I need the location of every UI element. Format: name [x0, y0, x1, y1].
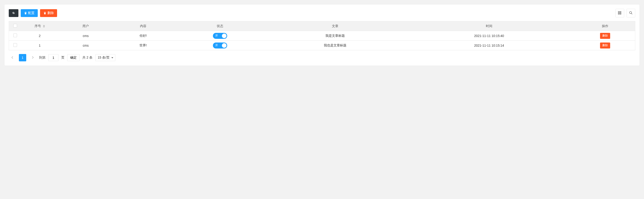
delete-button[interactable]: 删除 — [40, 9, 57, 17]
svg-rect-3 — [620, 13, 621, 14]
data-table: 序号 用户 内容 状态 文章 时间 操作 2 cms 你好! — [9, 21, 635, 50]
goto-prefix: 到第 — [39, 56, 46, 60]
cell-seq: 1 — [22, 41, 58, 50]
cell-seq: 2 — [22, 31, 58, 41]
switch-knob — [222, 33, 226, 38]
page-prev[interactable] — [9, 54, 16, 61]
svg-line-5 — [631, 13, 632, 14]
col-content: 内容 — [113, 21, 173, 31]
col-seq[interactable]: 序号 — [22, 21, 58, 31]
refresh-icon — [12, 11, 15, 15]
row-checkbox[interactable] — [13, 43, 17, 47]
svg-rect-2 — [618, 13, 619, 14]
table-row: 1 cms 世界! 开 我也是文章标题 2021-11-11 10:15:14 … — [9, 41, 635, 50]
row-delete-button[interactable]: 删除 — [600, 33, 610, 39]
col-time: 时间 — [403, 21, 575, 31]
goto-suffix: 页 — [61, 56, 64, 60]
svg-rect-1 — [620, 11, 621, 13]
trash-icon — [24, 11, 27, 15]
status-switch[interactable]: 开 — [213, 42, 227, 48]
cell-time: 2021-11-11 10:15:40 — [403, 31, 575, 41]
search-button[interactable] — [626, 9, 635, 17]
switch-label: 开 — [215, 34, 218, 38]
config-button-label: 配置 — [28, 11, 34, 15]
page-next[interactable] — [29, 54, 36, 61]
search-icon — [629, 11, 633, 16]
cell-user: cms — [58, 31, 114, 41]
cell-article: 我也是文章标题 — [267, 41, 403, 50]
table-row: 2 cms 你好! 开 我是文章标题 2021-11-11 10:15:40 删… — [9, 31, 635, 41]
col-op: 操作 — [576, 21, 635, 31]
goto-input[interactable] — [48, 54, 58, 61]
refresh-button[interactable] — [9, 9, 18, 17]
chevron-right-icon — [32, 56, 34, 59]
page-size-select[interactable]: 15 条/页 — [95, 54, 115, 61]
trash-icon — [43, 11, 46, 15]
switch-knob — [222, 43, 226, 48]
col-status: 状态 — [173, 21, 267, 31]
pagination: 1 到第 页 确定 共 2 条 15 条/页 — [9, 54, 635, 61]
page-size-label: 15 条/页 — [98, 56, 110, 60]
toolbar: 配置 删除 — [9, 9, 635, 17]
goto-confirm-button[interactable]: 确定 — [67, 54, 80, 61]
config-button[interactable]: 配置 — [21, 9, 38, 17]
panel: 配置 删除 — [4, 4, 640, 65]
status-switch[interactable]: 开 — [213, 33, 227, 39]
cell-content: 你好! — [113, 31, 173, 41]
page-number-current[interactable]: 1 — [19, 54, 26, 61]
cell-user: cms — [58, 41, 114, 50]
col-article: 文章 — [267, 21, 403, 31]
columns-button[interactable] — [616, 9, 624, 17]
col-user: 用户 — [58, 21, 114, 31]
svg-rect-0 — [618, 11, 619, 13]
table-header-row: 序号 用户 内容 状态 文章 时间 操作 — [9, 21, 635, 31]
col-seq-label: 序号 — [34, 24, 41, 28]
switch-label: 开 — [215, 43, 218, 47]
sort-icon — [43, 25, 45, 27]
columns-icon — [618, 11, 622, 16]
cell-time: 2021-11-11 10:15:14 — [403, 41, 575, 50]
chevron-left-icon — [11, 56, 14, 59]
delete-button-label: 删除 — [48, 11, 54, 15]
svg-point-4 — [630, 11, 632, 13]
cell-article: 我是文章标题 — [267, 31, 403, 41]
cell-content: 世界! — [113, 41, 173, 50]
select-all-checkbox[interactable] — [13, 24, 17, 27]
row-checkbox[interactable] — [13, 33, 17, 37]
total-count: 共 2 条 — [82, 56, 92, 60]
row-delete-button[interactable]: 删除 — [600, 42, 610, 48]
